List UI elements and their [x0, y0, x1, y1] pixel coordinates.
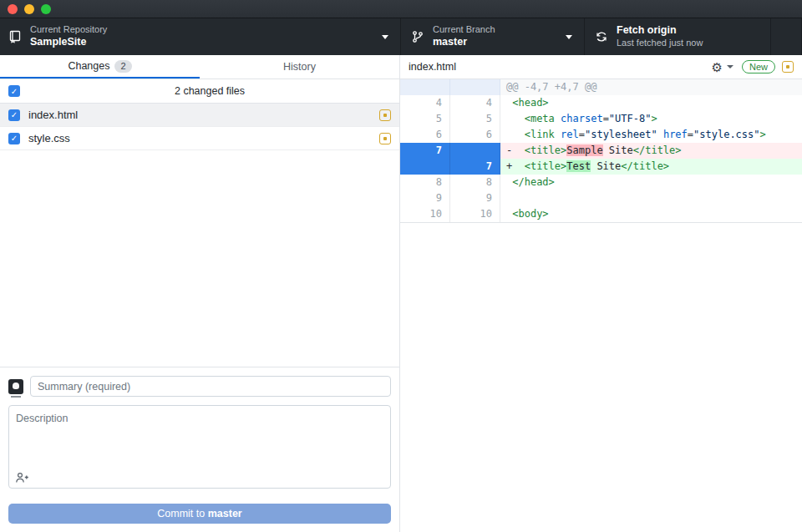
new-line-number[interactable]	[450, 79, 500, 95]
new-line-number[interactable]: 9	[450, 190, 500, 206]
file-row-style-css[interactable]: ✓ style.css	[0, 127, 399, 150]
current-branch-label: Current Branch	[433, 24, 495, 36]
new-line-number[interactable]: 7	[450, 159, 500, 175]
new-badge: New	[742, 60, 775, 73]
diff-header: index.html ⚙ New	[400, 55, 802, 79]
zoom-window-button[interactable]	[41, 4, 51, 14]
diff-file-name: index.html	[409, 61, 712, 73]
repo-book-icon	[8, 30, 22, 43]
diff-code-line: - <title>Sample Site</title>	[500, 143, 802, 159]
add-coauthor-icon[interactable]	[15, 472, 30, 484]
main-content: Changes 2 History ✓ 2 changed files ✓ in…	[0, 55, 802, 532]
sync-icon	[595, 30, 608, 43]
new-line-number[interactable]: 6	[450, 127, 500, 143]
select-all-checkbox[interactable]: ✓	[8, 85, 20, 97]
diff-row[interactable]: 55 <meta charset="UTF-8">	[400, 111, 802, 127]
old-line-number[interactable]: 5	[400, 111, 450, 127]
changes-sidebar: Changes 2 History ✓ 2 changed files ✓ in…	[0, 55, 400, 532]
file-checkbox[interactable]: ✓	[8, 109, 20, 121]
gear-icon[interactable]: ⚙	[712, 61, 723, 73]
diff-row[interactable]: 88 </head>	[400, 175, 802, 190]
commit-button[interactable]: Commit to master	[8, 504, 391, 524]
toolbar-spacer	[771, 18, 802, 55]
fetch-origin-button[interactable]: Fetch origin Last fetched just now	[585, 18, 771, 55]
current-branch-value: master	[433, 36, 495, 49]
old-line-number[interactable]: 10	[400, 206, 450, 222]
diff-body: @@ -4,7 +4,7 @@44 <head>55 <meta charset…	[400, 79, 802, 223]
file-name: index.html	[28, 109, 379, 121]
diff-code-line: + <title>Test Site</title>	[500, 159, 802, 175]
diff-code-line: </head>	[500, 175, 802, 190]
modified-status-icon	[379, 133, 391, 144]
tab-changes[interactable]: Changes 2	[0, 55, 200, 79]
diff-row[interactable]: 1010 <body>	[400, 206, 802, 222]
file-row-index-html[interactable]: ✓ index.html	[0, 104, 399, 127]
new-line-number[interactable]	[450, 143, 500, 159]
current-repository-value: SampleSite	[30, 36, 107, 49]
diff-code-line: <link rel="stylesheet" href="style.css">	[500, 127, 802, 143]
diff-code-line	[500, 190, 802, 206]
old-line-number[interactable]: 6	[400, 127, 450, 143]
diff-code-line: <body>	[500, 206, 802, 222]
current-branch-dropdown[interactable]: Current Branch master	[401, 18, 585, 55]
new-line-number[interactable]: 10	[450, 206, 500, 222]
diff-row[interactable]: 66 <link rel="stylesheet" href="style.cs…	[400, 127, 802, 143]
commit-description-input[interactable]	[8, 405, 391, 489]
old-line-number[interactable]: 4	[400, 95, 450, 111]
diff-empty-area	[400, 223, 802, 532]
modified-status-icon	[379, 109, 391, 121]
new-line-number[interactable]: 4	[450, 95, 500, 111]
file-list-spacer	[0, 150, 399, 367]
diff-row[interactable]: 7- <title>Sample Site</title>	[400, 143, 802, 159]
old-line-number[interactable]	[400, 79, 450, 95]
chevron-down-icon	[566, 35, 572, 39]
file-name: style.css	[28, 132, 379, 144]
diff-code-line: <head>	[500, 95, 802, 111]
sidebar-tabbar: Changes 2 History	[0, 55, 399, 79]
commit-summary-input[interactable]	[30, 376, 391, 397]
changes-count-badge: 2	[114, 60, 131, 73]
diff-row[interactable]: @@ -4,7 +4,7 @@	[400, 79, 802, 95]
old-line-number[interactable]	[400, 159, 450, 175]
user-avatar[interactable]	[8, 379, 23, 394]
diff-row[interactable]: 7+ <title>Test Site</title>	[400, 159, 802, 175]
old-line-number[interactable]: 8	[400, 175, 450, 190]
tab-history[interactable]: History	[200, 55, 399, 79]
diff-code-line: <meta charset="UTF-8">	[500, 111, 802, 127]
modified-status-icon	[782, 61, 794, 73]
fetch-origin-label: Fetch origin	[617, 24, 703, 38]
close-window-button[interactable]	[8, 4, 18, 14]
git-branch-icon	[411, 30, 424, 43]
current-repository-dropdown[interactable]: Current Repository SampleSite	[0, 18, 401, 55]
tab-history-label: History	[283, 61, 316, 73]
chevron-down-icon	[382, 35, 388, 39]
new-line-number[interactable]: 8	[450, 175, 500, 190]
tab-changes-label: Changes	[68, 60, 109, 72]
new-line-number[interactable]: 5	[450, 111, 500, 127]
diff-row[interactable]: 44 <head>	[400, 95, 802, 111]
hunk-header: @@ -4,7 +4,7 @@	[500, 79, 802, 95]
toolbar: Current Repository SampleSite Current Br…	[0, 18, 802, 55]
diff-row[interactable]: 99	[400, 190, 802, 206]
titlebar	[0, 0, 802, 18]
changed-files-header: ✓ 2 changed files	[0, 79, 399, 104]
minimize-window-button[interactable]	[24, 4, 34, 14]
commit-form: Commit to master	[0, 367, 399, 532]
github-desktop-window: Current Repository SampleSite Current Br…	[0, 0, 802, 532]
fetch-origin-sublabel: Last fetched just now	[617, 38, 703, 49]
file-checkbox[interactable]: ✓	[8, 133, 20, 144]
current-repository-label: Current Repository	[30, 24, 107, 36]
old-line-number[interactable]: 9	[400, 190, 450, 206]
chevron-down-icon[interactable]	[727, 65, 733, 68]
diff-panel: index.html ⚙ New @@ -4,7 +4,7 @@44 <head…	[400, 55, 802, 532]
old-line-number[interactable]: 7	[400, 143, 450, 159]
changed-files-count: 2 changed files	[28, 85, 391, 97]
